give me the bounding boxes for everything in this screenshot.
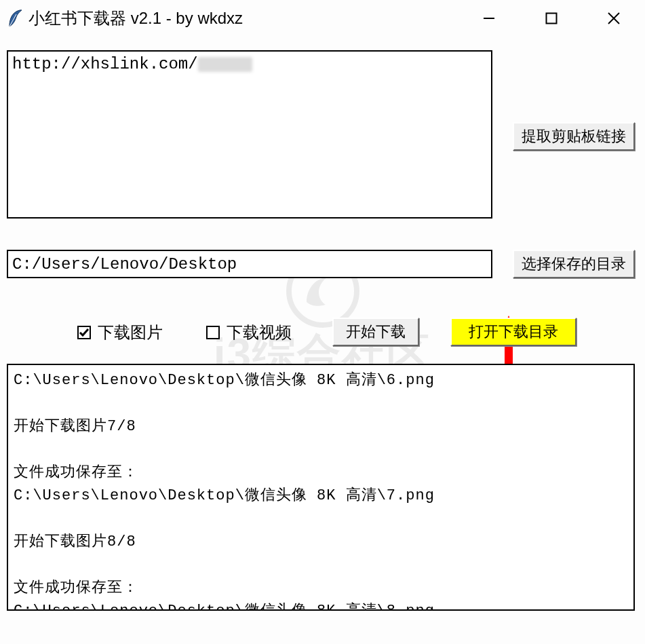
log-textarea[interactable]: C:\Users\Lenovo\Desktop\微信头像 8K 高清\6.png…: [7, 364, 635, 611]
log-line: 文件成功保存至：: [14, 461, 628, 485]
log-line: [14, 438, 628, 461]
close-button[interactable]: [583, 0, 645, 37]
log-line: 开始下载图片8/8: [14, 531, 628, 554]
log-line: [14, 554, 628, 577]
minimize-button[interactable]: [458, 0, 520, 37]
checkbox-unchecked-icon: [206, 326, 220, 339]
extract-clipboard-button[interactable]: 提取剪贴板链接: [513, 122, 635, 151]
log-line: [14, 508, 628, 531]
download-videos-checkbox[interactable]: 下载视频: [206, 322, 292, 343]
log-line: 文件成功保存至：: [14, 577, 628, 600]
log-line: C:\Users\Lenovo\Desktop\微信头像 8K 高清\8.png: [14, 600, 628, 611]
checkbox-checked-icon: [77, 326, 91, 339]
window-controls: [458, 0, 645, 37]
start-download-label: 开始下载: [346, 322, 406, 342]
window-title: 小红书下载器 v2.1 - by wkdxz: [28, 7, 458, 29]
save-path-input[interactable]: [7, 250, 492, 278]
download-images-label: 下载图片: [98, 322, 163, 343]
open-download-folder-label: 打开下载目录: [469, 322, 558, 342]
download-images-checkbox[interactable]: 下载图片: [77, 322, 163, 343]
log-line: C:\Users\Lenovo\Desktop\微信头像 8K 高清\6.png: [14, 369, 628, 392]
download-videos-label: 下载视频: [227, 322, 292, 343]
open-download-folder-button[interactable]: 打开下载目录: [450, 318, 576, 346]
url-textarea[interactable]: http://xhslink.com/: [7, 50, 492, 219]
svg-rect-1: [547, 14, 557, 24]
redacted-segment: [198, 57, 252, 72]
app-feather-icon: [5, 9, 24, 28]
log-line: C:\Users\Lenovo\Desktop\微信头像 8K 高清\7.png: [14, 485, 628, 508]
log-line: [14, 392, 628, 415]
start-download-button[interactable]: 开始下载: [332, 318, 419, 346]
extract-clipboard-label: 提取剪贴板链接: [522, 126, 626, 147]
log-line: 开始下载图片7/8: [14, 415, 628, 438]
titlebar: 小红书下载器 v2.1 - by wkdxz: [0, 0, 645, 37]
choose-directory-button[interactable]: 选择保存的目录: [513, 250, 635, 278]
choose-directory-label: 选择保存的目录: [522, 254, 626, 274]
maximize-button[interactable]: [520, 0, 583, 37]
url-textarea-value: http://xhslink.com/: [12, 55, 198, 73]
